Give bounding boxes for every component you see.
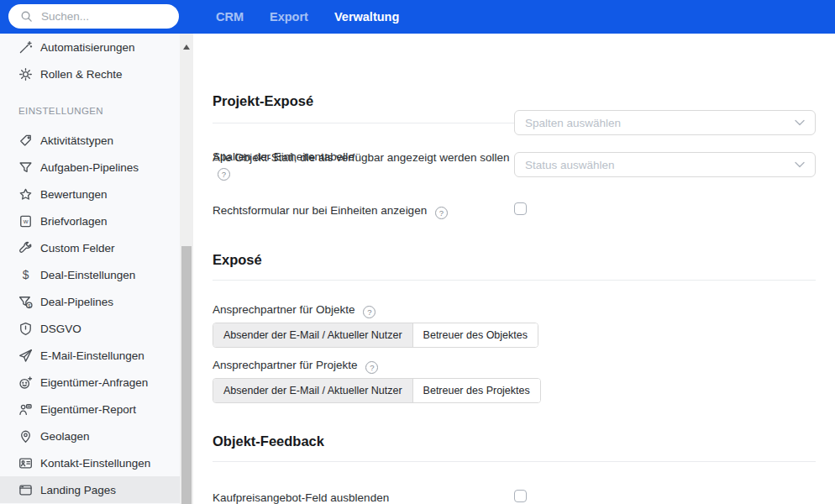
sidebar-scrollbar[interactable] xyxy=(180,34,193,504)
settings-sidebar: AutomatisierungenRollen & RechteEINSTELL… xyxy=(0,34,193,504)
columns-select-placeholder: Spalten auswählen xyxy=(525,117,795,129)
sidebar-item-eigentümer-report[interactable]: Eigentümer-Report xyxy=(0,396,180,423)
help-icon[interactable]: ? xyxy=(218,168,230,181)
word-doc-icon: w xyxy=(18,214,33,228)
chevron-down-icon xyxy=(795,119,805,126)
sidebar-item-label: Landing Pages xyxy=(40,484,116,496)
sidebar-item-label: DSGVO xyxy=(40,323,81,335)
map-pin-icon xyxy=(18,429,33,444)
help-icon[interactable]: ? xyxy=(363,306,375,318)
status-label: Alle Objekt-Stati, die als verfügbar ang… xyxy=(213,150,513,181)
funnel-icon xyxy=(18,160,33,175)
svg-text:$: $ xyxy=(23,268,29,281)
tag-icon xyxy=(18,134,33,148)
objekte-toggle-group: Absender der E-Mail / Aktueller Nutzer B… xyxy=(213,323,538,348)
sidebar-item-custom-felder[interactable]: Custom Felder xyxy=(0,234,180,261)
sidebar-section-header: EINSTELLUNGEN xyxy=(0,97,180,124)
sidebar-item-landing-pages[interactable]: Landing Pages xyxy=(0,476,180,503)
help-icon[interactable]: ? xyxy=(365,361,378,374)
section-title-objekt-feedback: Objekt-Feedback xyxy=(213,433,324,449)
sidebar-item-automatisierungen[interactable]: Automatisierungen xyxy=(0,34,180,60)
search-icon xyxy=(20,10,33,23)
objekte-option-betreuer[interactable]: Betreuer des Objektes xyxy=(412,323,538,347)
sidebar-list: AutomatisierungenRollen & RechteEINSTELL… xyxy=(0,34,180,503)
columns-select[interactable]: Spalten auswählen xyxy=(514,110,816,135)
nav-item-crm[interactable]: CRM xyxy=(216,10,244,24)
sidebar-item-aufgaben-pipelines[interactable]: Aufgaben-Pipelines xyxy=(0,154,180,181)
sidebar-item-label: Automatisierungen xyxy=(40,41,135,54)
help-icon[interactable]: ? xyxy=(435,207,448,219)
chevron-down-icon xyxy=(795,161,805,168)
sidebar-item-geolagen[interactable]: Geolagen xyxy=(0,423,180,449)
global-search[interactable] xyxy=(8,4,179,29)
status-select-placeholder: Status auswählen xyxy=(525,159,795,171)
sidebar-item-label: Kontakt-Einstellungen xyxy=(40,457,150,470)
section-title-projekt-expose: Projekt-Exposé xyxy=(213,93,313,109)
star-icon xyxy=(18,187,33,202)
scroll-up-arrow-icon[interactable] xyxy=(183,45,190,50)
section-divider xyxy=(213,461,816,462)
rechtsformular-label: Rechtsformular nur bei Einheiten anzeige… xyxy=(213,203,448,219)
scrollbar-thumb[interactable] xyxy=(181,246,192,504)
sidebar-item-label: Aufgaben-Pipelines xyxy=(40,161,139,174)
sidebar-item-label: Briefvorlagen xyxy=(40,215,108,228)
sidebar-item-deal-pipelines[interactable]: $Deal-Pipelines xyxy=(0,288,180,315)
sidebar-item-dsgvo[interactable]: DSGVO xyxy=(0,315,180,342)
nav-item-verwaltung[interactable]: Verwaltung xyxy=(334,10,399,24)
rechtsformular-checkbox[interactable] xyxy=(514,202,527,215)
projekte-label: Ansprechpartner für Projekte ? xyxy=(213,358,378,374)
sidebar-item-label: Custom Felder xyxy=(40,242,115,255)
objekte-label: Ansprechpartner für Objekte ? xyxy=(213,302,375,318)
topbar: CRM Export Verwaltung xyxy=(0,0,835,34)
sidebar-item-kontakt-einstellungen[interactable]: Kontakt-Einstellungen xyxy=(0,449,180,476)
wrench-icon xyxy=(18,241,33,255)
funnel-dollar-icon: $ xyxy=(18,295,33,309)
sidebar-item-label: Aktivitätstypen xyxy=(40,134,113,147)
svg-text:w: w xyxy=(23,218,29,225)
sidebar-item-briefvorlagen[interactable]: wBriefvorlagen xyxy=(0,207,180,234)
wand-icon xyxy=(18,40,33,55)
sidebar-item-label: Deal-Pipelines xyxy=(40,296,113,308)
app-window: CRM Export Verwaltung AutomatisierungenR… xyxy=(0,0,835,504)
sidebar-item-eigentümer-anfragen[interactable]: Eigentümer-Anfragen xyxy=(0,369,180,396)
main-content: Projekt-Exposé Spalten der Einheitentabe… xyxy=(193,34,835,504)
objekte-option-absender[interactable]: Absender der E-Mail / Aktueller Nutzer xyxy=(213,323,412,347)
sidebar-item-label: Deal-Einstellungen xyxy=(40,269,135,281)
sidebar-item-label: Eigentümer-Anfragen xyxy=(40,376,148,389)
dollar-icon: $ xyxy=(18,268,33,282)
contact-card-icon xyxy=(18,456,33,470)
nav-item-export[interactable]: Export xyxy=(270,10,308,24)
sidebar-item-label: Eigentümer-Report xyxy=(40,403,136,416)
kaufpreis-checkbox[interactable] xyxy=(514,490,527,502)
kaufpreis-label: Kaufpreisangebot-Feld ausblenden xyxy=(213,491,389,504)
projekte-option-absender[interactable]: Absender der E-Mail / Aktueller Nutzer xyxy=(213,379,412,402)
sidebar-item-rollen-rechte[interactable]: Rollen & Rechte xyxy=(0,60,180,87)
sidebar-item-aktivitätstypen[interactable]: Aktivitätstypen xyxy=(0,127,180,154)
smiley-plus-icon xyxy=(18,375,33,390)
section-divider xyxy=(213,280,816,281)
person-report-icon xyxy=(18,402,33,417)
projekte-option-betreuer[interactable]: Betreuer des Projektes xyxy=(412,379,540,402)
top-navigation: CRM Export Verwaltung xyxy=(216,0,399,34)
search-input[interactable] xyxy=(39,9,192,24)
sidebar-item-label: E-Mail-Einstellungen xyxy=(40,349,144,362)
paper-plane-icon xyxy=(18,349,33,363)
gear-icon xyxy=(18,67,33,81)
sidebar-item-e-mail-einstellungen[interactable]: E-Mail-Einstellungen xyxy=(0,342,180,369)
sidebar-item-label: Bewertungen xyxy=(40,188,108,201)
sidebar-item-deal-einstellungen[interactable]: $Deal-Einstellungen xyxy=(0,261,180,288)
sidebar-item-label: Rollen & Rechte xyxy=(40,68,123,81)
projekte-toggle-group: Absender der E-Mail / Aktueller Nutzer B… xyxy=(213,378,541,403)
sidebar-item-bewertungen[interactable]: Bewertungen xyxy=(0,181,180,207)
status-select[interactable]: Status auswählen xyxy=(514,152,816,177)
sidebar-item-label: Geolagen xyxy=(40,430,90,443)
browser-window-icon xyxy=(18,483,33,497)
section-title-expose: Exposé xyxy=(213,252,262,268)
shield-icon xyxy=(18,322,33,336)
